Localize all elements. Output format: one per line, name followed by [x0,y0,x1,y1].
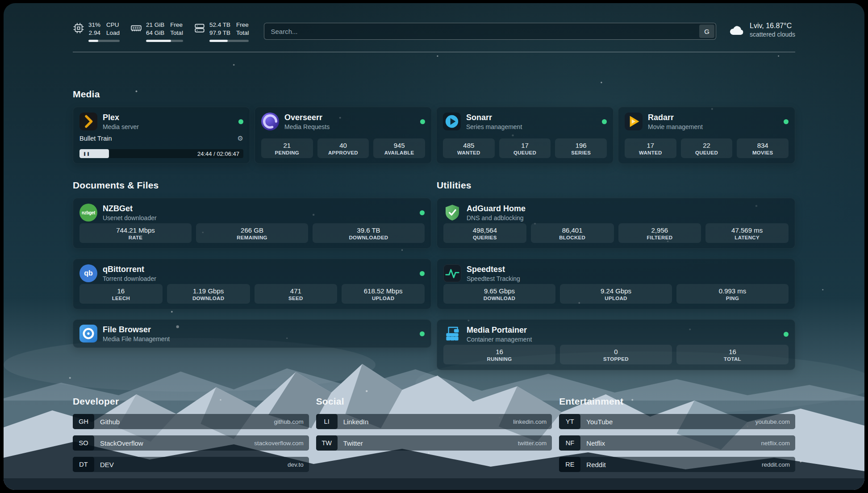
bookmark-stackoverflow[interactable]: SO StackOverflow stackoverflow.com [73,435,309,451]
weather-location-temp: Lviv, 16.87°C [750,22,795,30]
app-name-adguard: AdGuard Home [467,204,526,213]
qbittorrent-icon-text: qb [84,269,93,277]
bookmark-twitter[interactable]: TW Twitter twitter.com [316,435,552,451]
search-input[interactable] [264,23,716,40]
status-online-dot [602,119,607,124]
app-card-portainer[interactable]: Media Portainer Container management 16 … [437,319,795,370]
bookmark-url: linkedin.com [513,418,547,425]
ram-free-label: Free [170,21,183,29]
playback-progress-bar[interactable]: ❚❚ 24:44 / 02:06:47 [79,149,243,158]
qbittorrent-icon: qb [79,264,97,282]
stat-series: 196 SERIES [555,138,607,158]
app-card-overseerr[interactable]: Overseerr Media Requests 21 PENDING 40 A… [255,107,432,164]
stat-queued: 17 QUEUED [499,138,551,158]
app-card-nzbget[interactable]: nzbget NZBGet Usenet downloader 744.21 M… [73,198,431,249]
cpu-usage-value: 31% [88,21,100,29]
app-card-filebrowser[interactable]: File Browser Media File Management [73,319,431,348]
disk-free-value: 52.4 TB [209,21,230,29]
bookmark-abbr: NF [559,435,580,451]
stat-label: WANTED [457,150,480,155]
stat-label: DOWNLOAD [192,296,224,301]
bookmark-abbr: RE [559,457,580,472]
section-media: Media Plex Media server [73,89,795,164]
bookmark-group-developer: Developer GH Github github.com SO StackO… [73,396,309,472]
app-card-plex[interactable]: Plex Media server Bullet Train ⚙ ❚❚ 24:4… [73,107,250,164]
bookmark-linkedin[interactable]: LI LinkedIn linkedin.com [316,414,552,429]
section-documents: Documents & Files nzbget NZBGet Usenet d… [73,180,431,348]
bookmark-url: twitter.com [518,440,547,447]
stat-seed: 471 SEED [255,284,338,304]
stat-value: 16 [496,348,503,355]
disk-icon [194,22,205,34]
stat-rate: 744.21 Mbps RATE [79,223,192,243]
app-card-radarr[interactable]: Radarr Movie management 17 WANTED 22 QUE… [618,107,795,164]
bookmark-url: stackoverflow.com [254,440,303,447]
status-online-dot [238,119,243,124]
stat-value: 498,564 [473,226,497,234]
stat-wanted: 17 WANTED [625,138,676,158]
app-desc-speedtest: Speedtest Tracking [467,275,520,282]
nzbget-icon: nzbget [79,204,97,221]
nzbget-icon-text: nzbget [82,210,95,215]
section-utilities: Utilities [437,180,795,370]
bookmark-github[interactable]: GH Github github.com [73,414,309,429]
stat-value: 945 [394,142,405,149]
stat-downloaded: 39.6 TB DOWNLOADED [313,223,425,243]
app-desc-qbittorrent: Torrent downloader [103,275,156,282]
app-desc-plex: Media server [103,123,139,130]
settings-gear-icon[interactable]: ⚙ [238,134,243,142]
stat-value: 9.65 Gbps [484,287,515,295]
header-divider [73,52,795,52]
playback-time: 24:44 / 02:06:47 [197,150,239,157]
dashboard-window: 31% 2.94 CPU Load [4,3,864,490]
ram-total-value: 64 GiB [146,29,164,37]
stat-available: 945 AVAILABLE [373,138,425,158]
disk-usage-bar-fill [209,40,228,42]
app-card-adguard[interactable]: AdGuard Home DNS and adblocking 498,564 … [437,198,795,249]
stat-label: LEECH [112,296,130,301]
stat-label: SEED [288,296,303,301]
stat-label: QUERIES [473,235,497,240]
bookmark-url: youtube.com [755,418,790,425]
stat-value: 196 [576,142,587,149]
app-card-sonarr[interactable]: Sonarr Series management 485 WANTED 17 Q… [436,107,613,164]
bookmark-dev[interactable]: DT DEV dev.to [73,457,309,472]
stat-value: 1.19 Gbps [193,287,224,295]
app-card-speedtest[interactable]: Speedtest Speedtest Tracking 9.65 Gbps D… [437,259,795,309]
stat-label: TOTAL [724,356,741,362]
bookmark-reddit[interactable]: RE Reddit reddit.com [559,457,795,472]
stat-total: 16 TOTAL [676,345,789,364]
bookmark-youtube[interactable]: YT YouTube youtube.com [559,414,795,429]
stat-download: 9.65 Gbps DOWNLOAD [443,284,555,304]
search-engine-button[interactable]: G [699,25,714,38]
stat-value: 22 [703,142,710,149]
stat-remaining: 266 GB REMAINING [196,223,308,243]
disk-usage-bar [209,40,249,42]
stat-value: 16 [117,287,125,295]
app-name-overseerr: Overseerr [284,113,330,122]
bookmark-abbr: DT [73,457,94,472]
stat-label: QUEUED [513,150,536,155]
pause-icon[interactable]: ❚❚ [83,151,90,156]
cpu-monitor-block: 31% 2.94 CPU Load [88,21,120,42]
stat-stopped: 0 STOPPED [560,345,672,364]
stat-label: RUNNING [487,356,512,362]
stat-label: UPLOAD [605,296,627,301]
stat-label: RATE [129,235,143,240]
app-name-radarr: Radarr [648,113,703,122]
stat-label: FILTERED [647,235,672,240]
section-title-documents: Documents & Files [73,180,431,191]
status-online-dot [784,332,789,337]
app-card-qbittorrent[interactable]: qb qBittorrent Torrent downloader 16 [73,259,431,309]
stat-label: PING [726,296,739,301]
stat-upload: 618.52 Mbps UPLOAD [342,284,425,304]
bookmark-netflix[interactable]: NF Netflix netflix.com [559,435,795,451]
app-desc-portainer: Container management [467,336,532,343]
weather-widget[interactable]: Lviv, 16.87°C scattered clouds [729,22,795,38]
stat-value: 0 [614,348,618,355]
bookmark-url: reddit.com [762,461,790,468]
ram-usage-bar-fill [146,40,171,42]
app-name-portainer: Media Portainer [467,326,532,335]
stat-label: REMAINING [237,235,267,240]
cloud-icon [729,23,745,37]
